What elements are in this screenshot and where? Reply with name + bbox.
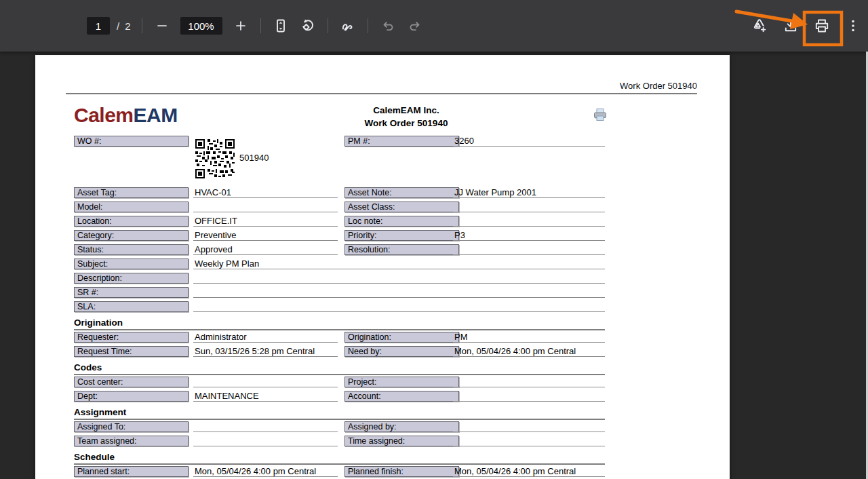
section-header: Codes [74,360,605,377]
download-button[interactable] [782,17,800,35]
field-label-wo: WO #: [74,136,189,147]
field-label: Model: [74,202,189,212]
field-value: Approved [193,244,338,255]
form-row: Requester: Administrator Origination: PM [74,332,605,346]
section-title: Origination [74,318,605,330]
form-row: Planned start: Mon, 05/04/26 4:00 pm Cen… [74,466,605,479]
redo-icon [407,18,423,34]
field-value: Sun, 03/15/26 5:28 pm Central [193,346,338,357]
field-value [193,287,605,298]
field-value: Weekly PM Plan [193,258,605,269]
print-button[interactable] [813,17,831,35]
field-label: SR #: [74,287,189,298]
section-header: Origination [74,315,605,332]
zoom-in-button[interactable] [232,17,250,35]
section-header: Assignment [74,405,605,421]
zoom-level-input[interactable]: 100% [180,17,222,35]
doc-title: CalemEAM Inc. Work Order 501940 [355,104,457,130]
form-row: Subject: Weekly PM Plan [74,258,605,273]
field-label: Planned start: [74,466,189,477]
field-value: OFFICE.IT [193,216,338,227]
divider [142,18,142,33]
download-icon [782,17,800,35]
field-label: Need by: [344,346,459,357]
more-options-icon [845,18,861,34]
field-value: Mon, 05/04/26 4:00 pm Central [193,466,338,477]
field-value: MAINTENANCE [193,391,338,402]
field-value [453,391,605,402]
annotate-pen-icon [339,17,357,35]
field-label: Time assigned: [344,436,459,446]
field-label: Asset Tag: [74,187,189,198]
form-row: Asset Tag: HVAC-01 Asset Note: JJ Water … [74,187,605,202]
form-row: Location: OFFICE.IT Loc note: [74,216,605,230]
field-label: Loc note: [344,216,459,227]
field-value [193,301,605,312]
zoom-out-button[interactable] [153,17,171,35]
form-row: Description: [74,273,605,287]
field-value [453,216,605,227]
form-row: SR #: [74,287,605,301]
field-value [453,421,605,432]
section-title: Schedule [74,452,605,465]
field-label: Cost center: [74,377,189,387]
field-value [453,202,605,212]
form-row: Cost center: Project: [74,377,605,391]
doc-header-right: Work Order 501940 [66,55,697,94]
form-row: SLA: [74,301,605,315]
undo-button[interactable] [379,17,397,35]
field-label: Account: [344,391,459,402]
field-label: Planned finish: [344,466,459,477]
field-label: Project: [344,377,459,387]
print-icon [813,17,831,35]
fit-to-page-icon [273,18,289,34]
annotate-button[interactable] [339,17,357,35]
page-number-input[interactable]: 1 [87,17,110,35]
field-value [193,421,338,432]
field-value: JJ Water Pump 2001 [453,187,605,198]
undo-icon [380,18,396,34]
field-label: Status: [74,244,189,255]
page-divider: / [117,20,119,32]
add-to-drive-icon [751,17,768,35]
pdf-toolbar: 1 / 2 100% [0,0,868,52]
field-value: Administrator [193,332,338,343]
form-row: Team assigned: Time assigned: [74,436,605,450]
section-title: Codes [74,362,605,375]
fit-page-button[interactable] [272,17,290,35]
doc-workorder-title: Work Order 501940 [355,117,457,130]
field-value [193,273,605,284]
field-value [193,377,338,387]
qr-code [195,139,235,178]
form-row: Category: Preventive Priority: P3 [74,230,605,244]
divider [328,18,328,33]
field-value: HVAC-01 [193,187,338,198]
field-value [193,202,338,212]
rotate-counterclockwise-icon [300,18,316,34]
field-label: SLA: [74,301,189,312]
field-label: Request Time: [74,346,189,357]
more-options-button[interactable] [844,17,862,35]
section-header: Schedule [74,450,605,466]
field-value-pm: 3260 [453,136,605,147]
add-to-drive-button[interactable] [751,17,768,35]
field-label: Asset Class: [344,202,459,212]
field-value: PM [453,332,605,343]
field-label: Dept: [74,391,189,402]
page-total: 2 [125,20,130,32]
form-row: Assigned To: Assigned by: [74,421,605,436]
redo-button[interactable] [406,17,424,35]
qr-value: 501940 [239,153,269,163]
field-label: Requester: [74,332,189,343]
field-value: Preventive [193,230,338,241]
field-value [193,436,338,446]
minus-icon [155,18,170,33]
section-title: Assignment [74,407,605,420]
field-label: Team assigned: [74,436,189,446]
field-label: Priority: [344,230,459,241]
divider [368,18,368,33]
field-value [453,436,605,446]
form-row: Request Time: Sun, 03/15/26 5:28 pm Cent… [74,346,605,360]
rotate-button[interactable] [299,17,317,35]
form-row: Dept: MAINTENANCE Account: [74,391,605,405]
